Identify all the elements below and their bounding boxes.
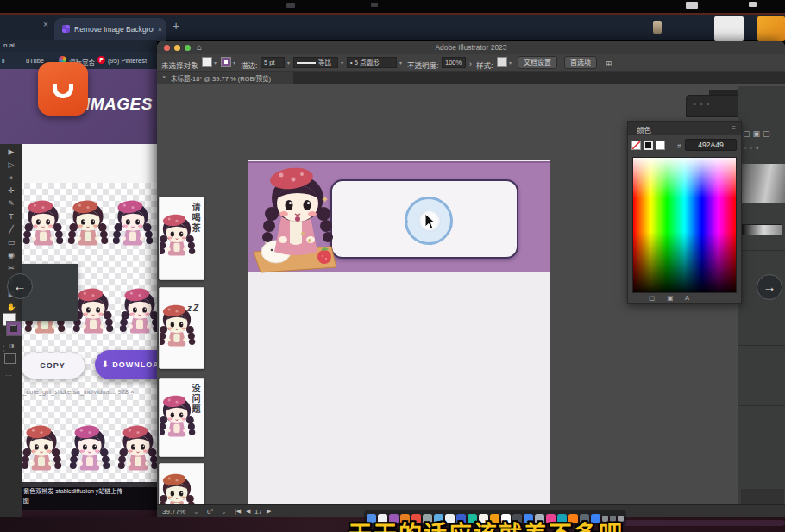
sparkle-dot xyxy=(301,232,305,235)
bookmark-item[interactable]: (95) Pinterest xyxy=(108,57,147,65)
hex-hash-label: # xyxy=(677,142,681,150)
arrange-documents-icon[interactable]: ⊞ xyxy=(606,59,612,68)
preferences-button[interactable]: 首选项 xyxy=(564,56,597,69)
document-tab[interactable]: × 未标题-18* @ 39.77 % (RGB/预览) xyxy=(157,72,293,84)
sticker-girl[interactable] xyxy=(67,186,109,260)
artboard-nav-next[interactable]: ▶ xyxy=(267,508,271,515)
carousel-next-button[interactable]: → xyxy=(757,274,782,300)
color-spectrum[interactable] xyxy=(632,157,737,293)
video-chrome-mark xyxy=(371,3,378,7)
color-panel: 颜色 ≡ # 492A49 ▢ ▣ A xyxy=(627,121,742,304)
artboard-nav-first[interactable]: |◀ xyxy=(235,508,241,515)
tool-icon[interactable]: ⌖ xyxy=(9,173,13,183)
tool-icon[interactable]: ✛ xyxy=(8,186,15,196)
tab-strip-icon xyxy=(653,21,662,34)
sticker-girl[interactable] xyxy=(69,411,110,485)
site-favicon xyxy=(62,25,70,33)
panel-view-icons[interactable]: ▢▣▢ xyxy=(743,129,773,138)
hex-value-field[interactable]: 492A49 xyxy=(685,139,737,151)
tool-icon[interactable]: ▭ xyxy=(8,238,16,247)
sticker-card[interactable] xyxy=(159,463,204,504)
zoom-level-select[interactable]: 39.77% xyxy=(162,508,185,516)
document-setup-button[interactable]: 文档设置 xyxy=(518,56,557,69)
style-swatch[interactable] xyxy=(497,57,507,67)
sparkle-dot xyxy=(308,239,311,242)
stroke-profile-field[interactable]: 等比 xyxy=(293,57,338,68)
panel-stub[interactable]: ••• xyxy=(686,95,742,117)
sticker-girl[interactable] xyxy=(119,274,160,348)
white-thumbnail xyxy=(714,16,744,41)
brush-field[interactable]: • 5 点圆形 xyxy=(347,57,397,68)
artboard[interactable]: ✦ xyxy=(248,160,550,504)
video-chrome-mark xyxy=(286,3,295,8)
tool-icon[interactable]: T xyxy=(9,212,14,222)
chevron-right-icon[interactable]: › xyxy=(469,59,472,68)
panel-menu-icon[interactable]: ≡ xyxy=(732,123,736,132)
artboard-nav-prev[interactable]: ◀ xyxy=(246,508,250,515)
black-color-swatch[interactable] xyxy=(644,141,653,150)
browser-footer-caption: 60/120 紫色双辫发 stablediffusion y站链上传 第 30 … xyxy=(0,482,157,510)
panel-option-icons[interactable]: ▫▫▾ xyxy=(744,145,762,152)
none-color-swatch[interactable] xyxy=(631,141,641,150)
tool-icon[interactable]: ✋ xyxy=(6,303,16,312)
close-tab-icon[interactable]: × xyxy=(43,20,48,29)
sticker-girl[interactable] xyxy=(21,411,62,485)
tab-title: Remove Image Backgrounds xyxy=(74,25,154,34)
gradient-slider[interactable] xyxy=(741,224,782,235)
chevron-down-icon[interactable]: ⌄ xyxy=(221,508,227,516)
opacity-label: 不透明度: xyxy=(407,59,438,70)
pinterest-icon: P xyxy=(97,56,105,64)
video-subtitle: 干干的话应该就差不多吧 xyxy=(349,516,624,532)
illustrator-window: ⌂ Adobe Illustrator 2023 未选择对象 ▾ ▾ 描边: 5… xyxy=(157,41,785,517)
sticker-card[interactable]: zZ xyxy=(159,287,204,369)
new-tab-button[interactable]: + xyxy=(173,20,179,32)
stroke-color-swatch[interactable] xyxy=(221,57,231,67)
orange-app-icon[interactable] xyxy=(38,62,88,116)
stroke-weight-field[interactable]: 5 pt xyxy=(261,57,285,68)
stroke-color-control[interactable] xyxy=(7,322,21,335)
close-document-icon[interactable]: × xyxy=(162,73,166,81)
sticker-girl[interactable] xyxy=(22,186,64,260)
sticker-girl xyxy=(159,467,196,504)
opacity-field[interactable]: 100% xyxy=(442,57,466,68)
color-panel-header[interactable]: 颜色 ≡ xyxy=(628,122,741,135)
tool-icon[interactable]: ✂ xyxy=(8,264,15,273)
sticker-card[interactable]: 没问题 xyxy=(159,378,204,457)
fill-color-swatch[interactable] xyxy=(202,57,212,67)
tool-icon[interactable]: ▶ xyxy=(9,147,15,157)
result-filename: _of_cute_girl_stickersa_individual... 92… xyxy=(14,388,157,396)
white-color-swatch[interactable] xyxy=(656,141,665,150)
browser-address-bar[interactable]: n.ai xyxy=(0,40,157,52)
document-tab-bar: × 未标题-18* @ 39.77 % (RGB/预览) xyxy=(157,72,785,84)
close-tab-icon[interactable]: × xyxy=(158,25,162,34)
browser-tab-bar: × Remove Image Backgrounds × + xyxy=(0,13,785,40)
color-panel-footer-icons[interactable]: ▢ ▣ A xyxy=(649,294,694,302)
bookmark-item[interactable]: uTube xyxy=(26,57,44,65)
bookmark-item[interactable]: il xyxy=(2,57,4,65)
sticker-girl[interactable] xyxy=(112,186,154,260)
window-title: Adobe Illustrator 2023 xyxy=(157,43,785,52)
rotation-field[interactable]: 0° xyxy=(207,508,214,516)
document-tab-title: 未标题-18* @ 39.77 % (RGB/预览) xyxy=(171,73,271,83)
tool-icon[interactable]: ◉ xyxy=(8,251,15,260)
carousel-prev-button[interactable]: ← xyxy=(7,273,33,299)
color-panel-tab[interactable]: 颜色 xyxy=(637,124,651,135)
orange-app-glyph xyxy=(53,84,73,98)
sticker-card[interactable]: 请喝茶 xyxy=(159,197,204,280)
copy-button[interactable]: COPY xyxy=(21,353,85,379)
illustrator-control-bar: 未选择对象 ▾ ▾ 描边: 5 pt ▾ 等比 ▾ • 5 点圆形 ▾ 不透明度… xyxy=(157,54,785,72)
tool-icon[interactable]: ✎ xyxy=(8,199,15,209)
desktop-highlight xyxy=(602,520,785,526)
artboard-number[interactable]: 17 xyxy=(254,508,262,516)
sticker-girl[interactable] xyxy=(72,274,114,348)
chevron-down-icon[interactable]: ⌄ xyxy=(193,508,199,516)
tool-icon[interactable]: ╱ xyxy=(9,225,13,235)
girl-illustration[interactable] xyxy=(248,164,343,274)
draw-mode-button[interactable] xyxy=(4,353,16,364)
stroke-line-preview xyxy=(297,62,316,64)
toolbox-more-icon[interactable]: … xyxy=(5,370,12,378)
sticker-girl[interactable] xyxy=(117,411,159,485)
illustrator-title-bar[interactable]: ⌂ Adobe Illustrator 2023 xyxy=(157,41,785,54)
tool-icon[interactable]: ▷ xyxy=(9,160,15,170)
browser-active-tab[interactable]: Remove Image Backgrounds × xyxy=(54,18,166,41)
